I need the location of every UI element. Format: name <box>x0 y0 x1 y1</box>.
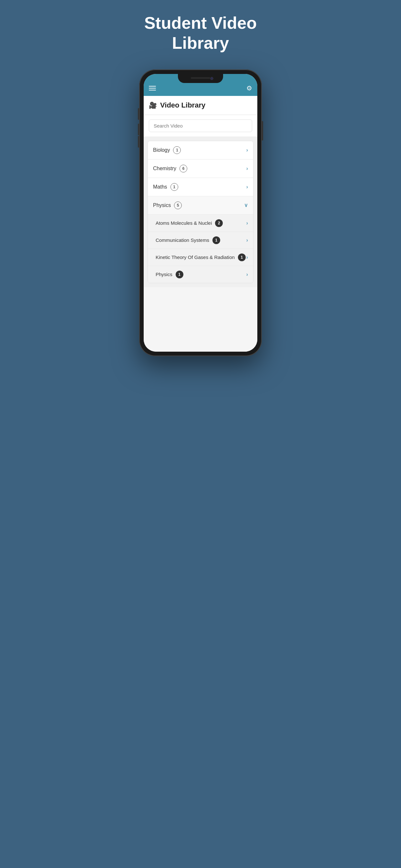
settings-button[interactable]: ⚙ <box>246 84 252 92</box>
bottom-padding <box>144 287 257 352</box>
content-header: 🎥 Video Library <box>144 96 257 115</box>
sub-list-item[interactable]: Physics 1 › <box>148 266 253 283</box>
phone-notch <box>178 74 223 83</box>
list-item[interactable]: Biology 1 › <box>148 141 253 159</box>
notch-speaker <box>191 77 210 79</box>
subject-label: Biology <box>153 147 170 153</box>
notch-camera <box>210 77 213 80</box>
phone-frame: ⚙ 🎥 Video Library Biology 1 › <box>139 69 262 356</box>
sub-item-left: Communication Systems 1 <box>156 237 220 244</box>
list-item-left: Physics 5 <box>153 202 182 209</box>
sub-item-left: Kinetic Theory Of Gases & Radiation 1 <box>156 253 246 261</box>
list-item-left: Maths 1 <box>153 183 178 191</box>
subject-label: Chemistry <box>153 166 176 172</box>
sub-subject-label: Kinetic Theory Of Gases & Radiation <box>156 254 235 260</box>
sub-subject-count-badge: 1 <box>238 253 246 261</box>
chevron-right-icon: › <box>246 220 248 226</box>
subject-label: Maths <box>153 184 167 190</box>
sub-list-item[interactable]: Communication Systems 1 › <box>148 232 253 249</box>
chevron-right-icon: › <box>246 147 248 153</box>
chevron-right-icon: › <box>246 237 248 243</box>
list-item[interactable]: Maths 1 › <box>148 178 253 196</box>
subject-count-badge: 5 <box>174 202 182 209</box>
chevron-right-icon: › <box>246 166 248 172</box>
list-item[interactable]: Chemistry 6 › <box>148 159 253 178</box>
chevron-down-icon: ∨ <box>244 202 248 208</box>
sub-subject-count-badge: 1 <box>212 237 220 244</box>
subject-count-badge: 6 <box>180 165 187 173</box>
sub-subject-label: Physics <box>156 272 173 277</box>
chevron-right-icon: › <box>246 254 248 260</box>
subject-count-badge: 1 <box>173 146 181 154</box>
list-item-left: Chemistry 6 <box>153 165 187 173</box>
sub-list-item[interactable]: Atoms Molecules & Nuclei 2 › <box>148 215 253 232</box>
page-title: Video Library <box>160 101 205 110</box>
subject-label: Physics <box>153 203 171 208</box>
sub-subject-label: Atoms Molecules & Nuclei <box>156 220 212 226</box>
list-item-physics[interactable]: Physics 5 ∨ <box>148 196 253 215</box>
hamburger-menu-button[interactable] <box>149 86 156 90</box>
chevron-right-icon: › <box>246 184 248 190</box>
phone-screen: ⚙ 🎥 Video Library Biology 1 › <box>144 74 257 352</box>
sub-item-left: Physics 1 <box>156 271 183 278</box>
sub-item-left: Atoms Molecules & Nuclei 2 <box>156 219 223 227</box>
search-container <box>144 115 257 137</box>
video-camera-icon: 🎥 <box>149 101 157 109</box>
chevron-right-icon: › <box>246 272 248 277</box>
subject-list: Biology 1 › Chemistry 6 › Maths 1 › <box>148 141 253 283</box>
sub-subject-label: Communication Systems <box>156 237 209 243</box>
sub-subject-count-badge: 2 <box>215 219 223 227</box>
subject-count-badge: 1 <box>171 183 178 191</box>
search-input[interactable] <box>149 120 252 132</box>
list-item-left: Biology 1 <box>153 146 181 154</box>
sub-subject-count-badge: 1 <box>176 271 183 278</box>
sub-list-item[interactable]: Kinetic Theory Of Gases & Radiation 1 › <box>148 249 253 266</box>
page-background-title: Student Video Library <box>144 13 257 53</box>
